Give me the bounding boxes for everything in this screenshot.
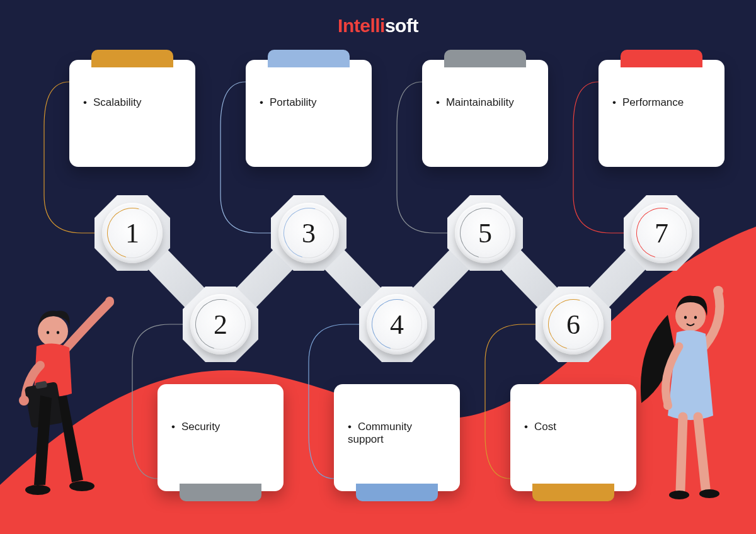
step-node-3: 3 xyxy=(271,195,346,271)
node-disc: 6 xyxy=(543,294,604,355)
card-item: Security xyxy=(171,421,270,433)
node-number: 6 xyxy=(566,309,580,341)
step-card-2: Security xyxy=(158,384,284,491)
svg-point-13 xyxy=(25,485,50,495)
step-card-3: Portability xyxy=(246,60,372,167)
svg-point-18 xyxy=(694,315,697,319)
node-number: 2 xyxy=(214,309,227,341)
node-disc: 2 xyxy=(190,294,251,355)
card-list: Cost xyxy=(524,421,622,433)
svg-point-15 xyxy=(713,286,723,296)
step-card-4: Community support xyxy=(334,384,460,491)
brand-logo: Intellisoft xyxy=(338,15,418,37)
card-list: Maintainability xyxy=(436,96,534,109)
node-number: 3 xyxy=(302,217,316,249)
card-list: Security xyxy=(171,421,270,433)
card-list: Scalability xyxy=(83,96,181,109)
node-disc: 7 xyxy=(631,203,692,263)
card-list: Performance xyxy=(612,96,711,109)
step-node-5: 5 xyxy=(447,195,523,271)
svg-point-8 xyxy=(47,331,49,334)
brand-part2: soft xyxy=(385,15,418,36)
svg-point-20 xyxy=(669,491,689,499)
node-disc: 5 xyxy=(455,203,515,263)
card-item: Scalability xyxy=(83,96,181,109)
node-disc: 1 xyxy=(102,203,163,263)
card-item: Maintainability xyxy=(436,96,534,109)
card-tab xyxy=(621,50,702,67)
step-card-7: Performance xyxy=(598,60,724,167)
svg-point-21 xyxy=(699,489,719,498)
svg-point-6 xyxy=(105,297,114,305)
card-list: Portability xyxy=(260,96,358,109)
step-card-1: Scalability xyxy=(69,60,195,167)
card-tab xyxy=(268,50,350,67)
step-card-5: Maintainability xyxy=(422,60,548,167)
step-node-4: 4 xyxy=(359,287,435,362)
step-card-6: Cost xyxy=(510,384,636,491)
svg-point-7 xyxy=(38,316,68,346)
brand-part1: Intelli xyxy=(338,15,385,36)
card-tab xyxy=(532,484,614,501)
step-node-6: 6 xyxy=(536,287,611,362)
svg-point-19 xyxy=(663,401,672,410)
node-number: 4 xyxy=(390,309,404,341)
illustration-woman xyxy=(630,271,750,504)
card-tab xyxy=(180,484,261,501)
svg-point-16 xyxy=(675,301,706,331)
illustration-man xyxy=(9,283,129,497)
step-node-1: 1 xyxy=(94,195,170,271)
card-item: Performance xyxy=(612,96,711,109)
svg-point-14 xyxy=(69,481,94,491)
node-disc: 3 xyxy=(278,203,339,263)
node-number: 7 xyxy=(655,217,668,249)
svg-point-12 xyxy=(19,395,29,406)
card-tab xyxy=(444,50,526,67)
svg-point-9 xyxy=(57,331,59,334)
card-item: Portability xyxy=(260,96,358,109)
card-item: Cost xyxy=(524,421,622,433)
card-list: Community support xyxy=(348,421,446,446)
step-node-2: 2 xyxy=(183,287,258,362)
card-item: Community support xyxy=(348,421,446,446)
step-node-7: 7 xyxy=(624,195,699,271)
node-number: 5 xyxy=(478,217,492,249)
node-disc: 4 xyxy=(367,294,427,355)
card-tab xyxy=(91,50,173,67)
node-number: 1 xyxy=(125,217,139,249)
svg-point-17 xyxy=(684,315,687,319)
card-tab xyxy=(356,484,438,501)
